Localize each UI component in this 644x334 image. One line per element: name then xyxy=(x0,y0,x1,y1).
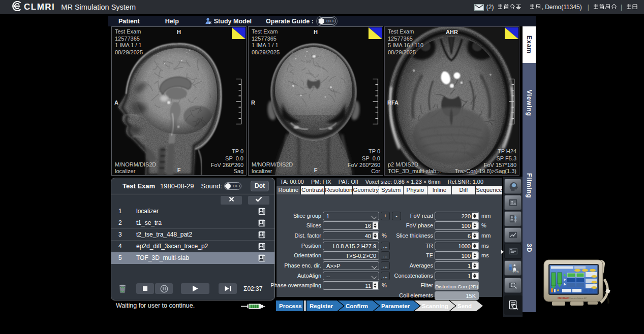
check-icon xyxy=(255,196,262,202)
dot-button[interactable]: Dot xyxy=(251,181,269,191)
param-tab-routine[interactable]: Routine xyxy=(277,186,300,194)
param-tab-geometry[interactable]: Geometry xyxy=(353,186,379,194)
transport-controls: Σ02:37 xyxy=(111,280,274,297)
sequence-row[interactable]: 5TOF_3D_multi-slab xyxy=(111,252,274,264)
image-search-button[interactable] xyxy=(504,278,522,293)
image-annotation-bottomright: TP H24 SP F5.3 FoV 157*180 xyxy=(484,148,516,169)
scan-info-item: Rel.SNR: 1.00 xyxy=(448,179,483,185)
pause-button[interactable] xyxy=(155,283,173,294)
spinner-buttons[interactable] xyxy=(472,232,478,239)
spinner-buttons[interactable] xyxy=(472,222,478,229)
image-search-icon xyxy=(507,280,519,291)
viewport-coronal[interactable]: Test Exam 12577365 1 IMA 1 / 1 08/29/202… xyxy=(248,26,383,176)
sequence-row[interactable]: 2t1_se_tra xyxy=(111,217,274,229)
number-field[interactable]: 1 xyxy=(435,261,479,270)
operate-guide-toggle[interactable]: OFF xyxy=(318,17,336,25)
side-tab-viewing[interactable]: Viewing xyxy=(523,75,536,131)
field-value: Distortion Corr.(2D) xyxy=(435,283,478,290)
exam-header: Test Exam 1980-08-29 Sound: OFF Dot xyxy=(111,178,274,194)
field-value: 11 xyxy=(365,283,371,289)
number-field[interactable]: 100 xyxy=(435,221,479,230)
side-tab-exam[interactable]: Exam xyxy=(523,26,536,63)
cancel-button[interactable] xyxy=(221,196,242,205)
param-tab-diff[interactable]: Diff xyxy=(452,186,476,194)
logout-link[interactable] xyxy=(626,4,638,11)
add-button[interactable]: + xyxy=(381,212,390,220)
mail-count[interactable]: (2) xyxy=(486,4,494,11)
number-field[interactable]: 220 xyxy=(435,212,479,220)
spinner-buttons[interactable] xyxy=(472,252,478,259)
image-view-button[interactable] xyxy=(504,195,522,210)
sequence-row[interactable]: 4ep2d_diff_3scan_trace_p2 xyxy=(111,241,274,252)
spinner-buttons[interactable] xyxy=(373,222,378,229)
confirm-button[interactable] xyxy=(248,196,269,205)
side-tab-filming[interactable]: Filming xyxy=(523,158,536,214)
param-tab-system[interactable]: System xyxy=(379,186,403,194)
filter-value-button[interactable]: Distortion Corr.(2D) xyxy=(435,281,479,290)
protocol-search-button[interactable] xyxy=(504,295,523,315)
head-coil-button[interactable] xyxy=(504,179,522,194)
sequence-name: TOF_3D_multi-slab xyxy=(136,254,189,261)
side-tab-3d[interactable]: 3D xyxy=(523,230,536,266)
play-button[interactable] xyxy=(181,283,209,294)
trash-button[interactable] xyxy=(117,283,128,294)
menu-help[interactable]: Help xyxy=(165,18,179,25)
patient-register-button[interactable] xyxy=(504,211,522,226)
workflow-step-label: Send xyxy=(457,303,472,309)
more-options-button[interactable]: ... xyxy=(381,272,390,280)
spinner-buttons[interactable] xyxy=(373,232,378,239)
orientation-label-top: H xyxy=(112,29,246,36)
stop-button[interactable] xyxy=(136,283,154,294)
sound-toggle[interactable]: OFF xyxy=(224,182,241,190)
field-label: Slice thickness xyxy=(396,232,433,239)
sequence-name: t2_tse_tra_448_pat2 xyxy=(136,231,192,238)
spinner-buttons[interactable] xyxy=(472,243,478,249)
param-tab-contrast[interactable]: Contrast xyxy=(301,186,325,194)
param-tab-physio[interactable]: Physio xyxy=(404,186,427,194)
sequence-row[interactable]: 1localizer xyxy=(111,206,274,217)
spinner-buttons[interactable] xyxy=(472,213,478,219)
viewport-axial[interactable]: Test Exam 12577365 5 IMA 16 / 110 08/29/… xyxy=(384,26,519,176)
number-field[interactable]: 1 xyxy=(435,272,479,280)
text-field[interactable]: T>S-0.2>C0 xyxy=(323,251,379,260)
clmri-logo-icon xyxy=(12,1,22,13)
param-tab-resolution[interactable]: Resolution xyxy=(325,186,352,194)
operate-guide: Operate Guide : OFF xyxy=(266,17,336,25)
menu-study-model[interactable]: Study Model xyxy=(205,18,252,25)
exam-title: Test Exam xyxy=(122,182,155,190)
graph-button[interactable] xyxy=(504,227,522,243)
number-field[interactable]: 40 xyxy=(323,231,379,240)
more-options-button[interactable]: ... xyxy=(381,251,390,260)
dropdown-field[interactable]: A>>P xyxy=(323,261,379,270)
total-scan-time: Σ02:37 xyxy=(243,285,262,292)
menu-patient[interactable]: Patient xyxy=(118,18,140,25)
number-field[interactable]: 6 xyxy=(435,231,479,240)
number-field[interactable]: 16 xyxy=(323,221,379,230)
number-field[interactable]: 100 xyxy=(435,251,479,260)
text-field[interactable]: L0.8 A15.2 H27.9 xyxy=(323,242,379,250)
spinner-buttons[interactable] xyxy=(373,282,378,289)
fullscreen-link[interactable] xyxy=(497,4,522,11)
workflow-chevrons[interactable]: ProcessRegisterConfirmParameterScanningS… xyxy=(276,300,485,311)
envelope-icon[interactable] xyxy=(474,4,484,11)
spinner-buttons[interactable] xyxy=(472,273,478,279)
workflow-step-label: Scanning xyxy=(422,303,448,309)
dropdown-field[interactable]: -- xyxy=(323,272,379,280)
remove-button[interactable]: - xyxy=(392,212,401,220)
sequence-row[interactable]: 3t2_tse_tra_448_pat2 xyxy=(111,229,274,241)
exam-console-button[interactable] xyxy=(504,244,522,259)
number-field[interactable]: 1000 xyxy=(435,242,479,250)
scan-info-item: Voxel size: 0.86 × 1.23 × 6mm xyxy=(365,179,441,185)
number-field[interactable]: 11 xyxy=(323,281,379,290)
param-tab-inline[interactable]: Inline xyxy=(427,186,451,194)
skip-next-button[interactable] xyxy=(219,283,237,294)
more-options-button[interactable]: ... xyxy=(381,242,390,250)
spinner-buttons[interactable] xyxy=(472,262,478,269)
viewport-sagittal[interactable]: Test Exam 12577365 1 IMA 1 / 1 08/29/202… xyxy=(111,26,247,176)
user-center-link[interactable] xyxy=(593,4,617,11)
sar-monitor-button[interactable]: 44 % xyxy=(504,260,522,276)
brand-name: CLMRI xyxy=(24,2,55,12)
more-options-button[interactable]: ... xyxy=(381,261,390,270)
dropdown-field[interactable]: 1 xyxy=(323,212,379,220)
param-tab-sequence[interactable]: Sequence xyxy=(476,186,502,194)
